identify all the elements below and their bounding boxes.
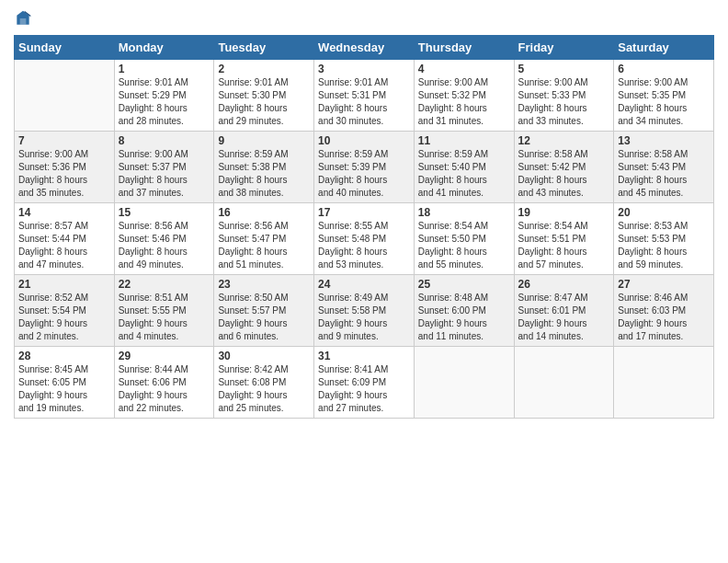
- calendar-cell: 28Sunrise: 8:45 AM Sunset: 6:05 PM Dayli…: [15, 347, 115, 419]
- calendar-cell: 8Sunrise: 9:00 AM Sunset: 5:37 PM Daylig…: [114, 132, 214, 203]
- calendar-header-sunday: Sunday: [15, 36, 115, 60]
- day-number: 12: [518, 134, 610, 147]
- calendar-cell: 27Sunrise: 8:46 AM Sunset: 6:03 PM Dayli…: [614, 275, 714, 347]
- calendar-cell: 26Sunrise: 8:47 AM Sunset: 6:01 PM Dayli…: [514, 275, 614, 347]
- header: [14, 9, 714, 28]
- day-number: 8: [119, 134, 210, 147]
- day-number: 23: [218, 278, 310, 291]
- day-info: Sunrise: 8:58 AM Sunset: 5:42 PM Dayligh…: [518, 148, 610, 200]
- day-info: Sunrise: 8:55 AM Sunset: 5:48 PM Dayligh…: [318, 220, 410, 271]
- calendar-cell: 10Sunrise: 8:59 AM Sunset: 5:39 PM Dayli…: [314, 132, 415, 203]
- calendar-cell: 14Sunrise: 8:57 AM Sunset: 5:44 PM Dayli…: [15, 203, 115, 275]
- day-number: 30: [218, 350, 310, 362]
- calendar-week-row: 14Sunrise: 8:57 AM Sunset: 5:44 PM Dayli…: [15, 203, 714, 275]
- day-number: 20: [618, 206, 710, 219]
- calendar-cell: [514, 347, 614, 419]
- calendar-week-row: 1Sunrise: 9:01 AM Sunset: 5:29 PM Daylig…: [15, 60, 714, 132]
- day-number: 5: [518, 63, 610, 75]
- day-number: 4: [418, 63, 510, 75]
- calendar-cell: 19Sunrise: 8:54 AM Sunset: 5:51 PM Dayli…: [514, 203, 614, 275]
- day-number: 17: [318, 206, 410, 219]
- day-number: 16: [218, 206, 310, 219]
- calendar-cell: 24Sunrise: 8:49 AM Sunset: 5:58 PM Dayli…: [314, 275, 415, 347]
- calendar-cell: 29Sunrise: 8:44 AM Sunset: 6:06 PM Dayli…: [114, 347, 214, 419]
- day-info: Sunrise: 9:01 AM Sunset: 5:29 PM Dayligh…: [119, 76, 210, 128]
- calendar-cell: 3Sunrise: 9:01 AM Sunset: 5:31 PM Daylig…: [314, 60, 415, 132]
- calendar-header-row: SundayMondayTuesdayWednesdayThursdayFrid…: [15, 36, 714, 60]
- day-number: 18: [418, 206, 510, 219]
- calendar-cell: 22Sunrise: 8:51 AM Sunset: 5:55 PM Dayli…: [114, 275, 214, 347]
- calendar-header-wednesday: Wednesday: [314, 36, 415, 60]
- calendar-header-tuesday: Tuesday: [214, 36, 314, 60]
- calendar-cell: 16Sunrise: 8:56 AM Sunset: 5:47 PM Dayli…: [214, 203, 314, 275]
- day-number: 31: [318, 350, 410, 362]
- day-number: 26: [518, 278, 610, 291]
- logo-icon: [14, 9, 32, 28]
- day-number: 25: [418, 278, 510, 291]
- calendar-week-row: 7Sunrise: 9:00 AM Sunset: 5:36 PM Daylig…: [15, 132, 714, 203]
- calendar-cell: 23Sunrise: 8:50 AM Sunset: 5:57 PM Dayli…: [214, 275, 314, 347]
- calendar-cell: [614, 347, 714, 419]
- day-number: 27: [618, 278, 710, 291]
- day-info: Sunrise: 8:49 AM Sunset: 5:58 PM Dayligh…: [318, 292, 410, 343]
- calendar-header-thursday: Thursday: [414, 36, 514, 60]
- calendar-cell: 6Sunrise: 9:00 AM Sunset: 5:35 PM Daylig…: [614, 60, 714, 132]
- day-info: Sunrise: 8:47 AM Sunset: 6:01 PM Dayligh…: [518, 292, 610, 343]
- page-container: SundayMondayTuesdayWednesdayThursdayFrid…: [0, 0, 728, 428]
- calendar-header-friday: Friday: [514, 36, 614, 60]
- day-info: Sunrise: 8:59 AM Sunset: 5:38 PM Dayligh…: [218, 148, 310, 200]
- calendar-cell: 13Sunrise: 8:58 AM Sunset: 5:43 PM Dayli…: [614, 132, 714, 203]
- calendar-cell: 30Sunrise: 8:42 AM Sunset: 6:08 PM Dayli…: [214, 347, 314, 419]
- day-number: 13: [618, 134, 710, 147]
- calendar-week-row: 21Sunrise: 8:52 AM Sunset: 5:54 PM Dayli…: [15, 275, 714, 347]
- day-info: Sunrise: 8:59 AM Sunset: 5:40 PM Dayligh…: [418, 148, 510, 200]
- day-info: Sunrise: 8:53 AM Sunset: 5:53 PM Dayligh…: [618, 220, 710, 271]
- calendar-cell: 7Sunrise: 9:00 AM Sunset: 5:36 PM Daylig…: [15, 132, 115, 203]
- day-number: 21: [18, 278, 110, 291]
- day-info: Sunrise: 8:52 AM Sunset: 5:54 PM Dayligh…: [18, 292, 110, 343]
- day-info: Sunrise: 8:48 AM Sunset: 6:00 PM Dayligh…: [418, 292, 510, 343]
- day-number: 24: [318, 278, 410, 291]
- day-number: 14: [18, 206, 110, 219]
- day-number: 22: [119, 278, 210, 291]
- day-number: 11: [418, 134, 510, 147]
- calendar-cell: [15, 60, 115, 132]
- calendar-cell: 4Sunrise: 9:00 AM Sunset: 5:32 PM Daylig…: [414, 60, 514, 132]
- day-number: 15: [119, 206, 210, 219]
- calendar-cell: [414, 347, 514, 419]
- day-info: Sunrise: 8:59 AM Sunset: 5:39 PM Dayligh…: [318, 148, 410, 200]
- calendar-cell: 2Sunrise: 9:01 AM Sunset: 5:30 PM Daylig…: [214, 60, 314, 132]
- day-number: 28: [18, 350, 110, 362]
- day-number: 2: [218, 63, 310, 75]
- day-info: Sunrise: 9:00 AM Sunset: 5:36 PM Dayligh…: [18, 148, 110, 200]
- calendar-cell: 21Sunrise: 8:52 AM Sunset: 5:54 PM Dayli…: [15, 275, 115, 347]
- day-info: Sunrise: 8:51 AM Sunset: 5:55 PM Dayligh…: [119, 292, 210, 343]
- day-info: Sunrise: 8:42 AM Sunset: 6:08 PM Dayligh…: [218, 363, 310, 415]
- calendar-cell: 1Sunrise: 9:01 AM Sunset: 5:29 PM Daylig…: [114, 60, 214, 132]
- day-info: Sunrise: 8:46 AM Sunset: 6:03 PM Dayligh…: [618, 292, 710, 343]
- calendar-cell: 5Sunrise: 9:00 AM Sunset: 5:33 PM Daylig…: [514, 60, 614, 132]
- day-info: Sunrise: 9:01 AM Sunset: 5:31 PM Dayligh…: [318, 76, 410, 128]
- calendar-cell: 12Sunrise: 8:58 AM Sunset: 5:42 PM Dayli…: [514, 132, 614, 203]
- calendar-cell: 11Sunrise: 8:59 AM Sunset: 5:40 PM Dayli…: [414, 132, 514, 203]
- day-info: Sunrise: 8:56 AM Sunset: 5:47 PM Dayligh…: [218, 220, 310, 271]
- day-number: 10: [318, 134, 410, 147]
- day-number: 6: [618, 63, 710, 75]
- day-number: 29: [119, 350, 210, 362]
- day-info: Sunrise: 9:00 AM Sunset: 5:33 PM Dayligh…: [518, 76, 610, 128]
- day-info: Sunrise: 9:00 AM Sunset: 5:32 PM Dayligh…: [418, 76, 510, 128]
- calendar-cell: 15Sunrise: 8:56 AM Sunset: 5:46 PM Dayli…: [114, 203, 214, 275]
- day-number: 7: [18, 134, 110, 147]
- calendar-cell: 31Sunrise: 8:41 AM Sunset: 6:09 PM Dayli…: [314, 347, 415, 419]
- day-number: 3: [318, 63, 410, 75]
- day-info: Sunrise: 8:54 AM Sunset: 5:50 PM Dayligh…: [418, 220, 510, 271]
- day-info: Sunrise: 9:01 AM Sunset: 5:30 PM Dayligh…: [218, 76, 310, 128]
- calendar-cell: 18Sunrise: 8:54 AM Sunset: 5:50 PM Dayli…: [414, 203, 514, 275]
- calendar-cell: 9Sunrise: 8:59 AM Sunset: 5:38 PM Daylig…: [214, 132, 314, 203]
- calendar-header-monday: Monday: [114, 36, 214, 60]
- day-info: Sunrise: 8:44 AM Sunset: 6:06 PM Dayligh…: [119, 363, 210, 415]
- day-info: Sunrise: 8:56 AM Sunset: 5:46 PM Dayligh…: [119, 220, 210, 271]
- day-info: Sunrise: 9:00 AM Sunset: 5:35 PM Dayligh…: [618, 76, 710, 128]
- calendar-cell: 25Sunrise: 8:48 AM Sunset: 6:00 PM Dayli…: [414, 275, 514, 347]
- calendar-week-row: 28Sunrise: 8:45 AM Sunset: 6:05 PM Dayli…: [15, 347, 714, 419]
